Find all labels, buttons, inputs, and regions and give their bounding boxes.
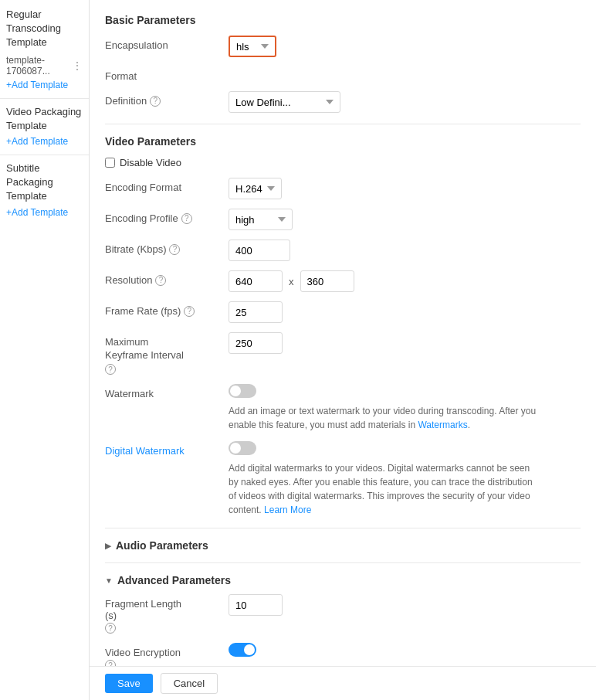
framerate-row: Frame Rate (fps) ? (105, 301, 581, 323)
max-keyframe-help-icon: ? (105, 364, 116, 375)
sidebar-section-regular: Regular Transcoding Template template-17… (0, 8, 89, 90)
main-content: Basic Parameters Encapsulation hls mp4 f… (90, 0, 596, 700)
format-row: Format (105, 66, 581, 82)
sidebar-divider-1 (0, 98, 89, 99)
resolution-width-input[interactable] (229, 270, 283, 292)
audio-params-title: Audio Parameters (116, 539, 208, 552)
definition-control: Low Defini... Standard Definition High D… (229, 91, 581, 113)
sidebar-item-template1706[interactable]: template-1706087... ⋮ (6, 53, 83, 78)
framerate-input[interactable] (229, 301, 283, 323)
video-encryption-control (229, 643, 581, 657)
digital-watermark-control: Add digital watermarks to your videos. D… (229, 441, 581, 517)
framerate-label: Frame Rate (fps) ? (105, 301, 229, 317)
encoding-profile-control: baseline main high (229, 209, 581, 230)
sidebar-title-subtitle: Subtitle Packaging Template (6, 161, 83, 204)
encoding-profile-select[interactable]: baseline main high (229, 209, 293, 230)
digital-watermark-desc: Add digital watermarks to your videos. D… (229, 461, 537, 517)
resolution-label: Resolution ? (105, 270, 229, 286)
bottom-bar: Save Cancel (90, 666, 596, 700)
sidebar-add-regular[interactable]: +Add Template (6, 80, 83, 90)
video-params-title: Video Parameters (105, 135, 581, 148)
fragment-length-row: Fragment Length (s) ? (105, 594, 581, 634)
resolution-x: x (289, 276, 294, 287)
definition-row: Definition ? Low Defini... Standard Defi… (105, 91, 581, 113)
divider-video-audio (105, 528, 581, 528)
watermarks-link[interactable]: Watermarks (418, 420, 467, 430)
sidebar-add-video[interactable]: +Add Template (6, 136, 83, 147)
digital-watermark-label: Digital Watermark (105, 441, 229, 457)
sidebar-item-dots-icon[interactable]: ⋮ (72, 59, 83, 72)
max-keyframe-label: Maximum Keyframe Interval ? (105, 332, 229, 375)
audio-arrow-icon: ▶ (105, 542, 111, 550)
encoding-format-select[interactable]: H.264 H.265 VP9 (229, 178, 282, 199)
bitrate-input[interactable] (229, 240, 290, 261)
watermark-control: Add an image or text watermark to your v… (229, 384, 581, 432)
bitrate-row: Bitrate (Kbps) ? (105, 240, 581, 261)
bitrate-control (229, 240, 581, 261)
watermark-toggle[interactable] (229, 384, 256, 398)
encoding-profile-help-icon: ? (181, 213, 192, 224)
format-label: Format (105, 66, 229, 82)
encoding-format-row: Encoding Format H.264 H.265 VP9 (105, 178, 581, 199)
digital-watermark-toggle[interactable] (229, 441, 256, 455)
sidebar-section-subtitle: Subtitle Packaging Template +Add Templat… (0, 161, 89, 218)
definition-label: Definition ? (105, 91, 229, 107)
sidebar-item-template-label: template-1706087... (6, 55, 72, 76)
encoding-format-control: H.264 H.265 VP9 (229, 178, 581, 199)
divider-basic-video (105, 124, 581, 124)
watermark-row: Watermark Add an image or text watermark… (105, 384, 581, 432)
encapsulation-label: Encapsulation (105, 36, 229, 51)
video-encryption-toggle[interactable] (229, 643, 256, 657)
bitrate-label: Bitrate (Kbps) ? (105, 240, 229, 255)
save-button[interactable]: Save (105, 674, 153, 693)
encoding-profile-label: Encoding Profile ? (105, 209, 229, 224)
definition-select[interactable]: Low Defini... Standard Definition High D… (229, 91, 340, 113)
disable-video-checkbox[interactable] (105, 158, 115, 168)
sidebar-section-video: Video Packaging Template +Add Template (0, 105, 89, 147)
max-keyframe-row: Maximum Keyframe Interval ? (105, 332, 581, 375)
encoding-format-label: Encoding Format (105, 178, 229, 193)
resolution-row: Resolution ? x (105, 270, 581, 292)
max-keyframe-control (229, 332, 581, 354)
fragment-length-control (229, 594, 581, 616)
digital-watermark-row: Digital Watermark Add digital watermarks… (105, 441, 581, 517)
resolution-control: x (229, 270, 581, 292)
advanced-params-header[interactable]: ▼ Advanced Parameters (105, 574, 581, 586)
resolution-height-input[interactable] (300, 270, 354, 292)
framerate-help-icon: ? (184, 306, 195, 317)
fragment-length-label: Fragment Length (s) ? (105, 594, 229, 634)
sidebar-add-subtitle[interactable]: +Add Template (6, 207, 83, 218)
watermark-label: Watermark (105, 384, 229, 399)
framerate-control (229, 301, 581, 323)
fragment-length-input[interactable] (229, 594, 283, 616)
fragment-length-help-icon: ? (105, 623, 116, 634)
sidebar-divider-2 (0, 155, 89, 155)
sidebar-title-regular: Regular Transcoding Template (6, 8, 83, 50)
advanced-params-title: Advanced Parameters (117, 574, 231, 586)
encapsulation-row: Encapsulation hls mp4 flv (105, 36, 581, 57)
learn-more-link[interactable]: Learn More (264, 505, 311, 515)
sidebar-title-video: Video Packaging Template (6, 105, 83, 133)
bitrate-help-icon: ? (169, 244, 180, 255)
encoding-profile-row: Encoding Profile ? baseline main high (105, 209, 581, 230)
advanced-arrow-icon: ▼ (105, 576, 113, 585)
basic-params-title: Basic Parameters (105, 14, 581, 26)
cancel-button[interactable]: Cancel (161, 673, 218, 694)
watermark-desc: Add an image or text watermark to your v… (229, 404, 537, 432)
definition-help-icon: ? (150, 96, 161, 107)
encapsulation-control: hls mp4 flv (229, 36, 581, 57)
disable-video-row: Disable Video (105, 157, 581, 168)
sidebar: Regular Transcoding Template template-17… (0, 0, 90, 700)
audio-params-header[interactable]: ▶ Audio Parameters (105, 539, 581, 552)
encapsulation-select[interactable]: hls mp4 flv (229, 36, 276, 57)
max-keyframe-input[interactable] (229, 332, 283, 354)
resolution-help-icon: ? (155, 275, 166, 286)
disable-video-label: Disable Video (120, 157, 181, 168)
divider-audio-advanced (105, 562, 581, 563)
